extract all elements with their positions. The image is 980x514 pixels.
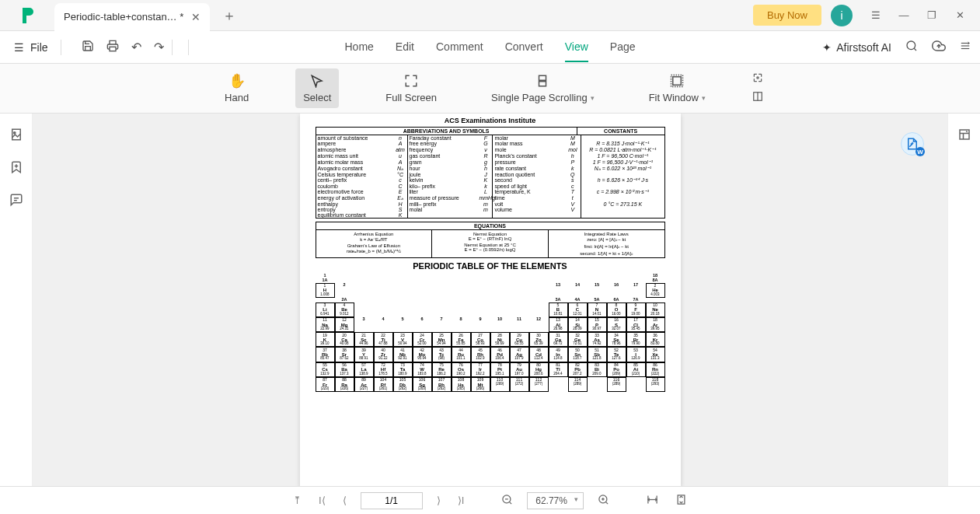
element-cell: 44Ru101.1 — [452, 347, 471, 362]
tab-view[interactable]: View — [565, 33, 588, 62]
abbrev-row: electromotive forceEliterLtemperature, K… — [316, 189, 664, 195]
minimize-icon[interactable]: ― — [890, 0, 918, 31]
element-cell: 14Si28.09 — [568, 317, 588, 332]
element-cell: 50Sn118.7 — [568, 347, 588, 362]
element-cell: 109Mt(266) — [471, 377, 490, 392]
element-cell: 24Cr52.00 — [413, 332, 432, 347]
element-cell: 89Ac(227) — [354, 377, 374, 392]
element-cell: 74W183.8 — [413, 362, 432, 377]
comments-icon[interactable] — [9, 193, 23, 210]
svg-line-27 — [605, 502, 608, 504]
scrolling-label: Single Page Scrolling — [491, 92, 588, 103]
fit-width-icon[interactable] — [643, 494, 661, 508]
element-cell: 108Hs(265) — [452, 377, 471, 392]
tab-edit[interactable]: Edit — [396, 33, 414, 62]
tab-convert[interactable]: Convert — [505, 33, 543, 62]
document-tab[interactable]: Periodic-table+constan… * ✕ — [54, 3, 210, 31]
hand-icon: ✋ — [228, 73, 246, 89]
tab-home[interactable]: Home — [345, 33, 374, 62]
close-tab-icon[interactable]: ✕ — [191, 11, 201, 23]
zoom-out-icon[interactable] — [498, 494, 516, 508]
abbrev-row: coulombCkilo– prefixkspeed of lightc — [316, 184, 664, 189]
collapse-ribbon-icon[interactable] — [960, 40, 971, 54]
hand-tool[interactable]: ✋ Hand — [217, 68, 256, 108]
abbrev-row: centi– prefixckelvinKsecondsh = 6.626 × … — [316, 177, 664, 184]
element-cell: 26Fe55.85 — [452, 332, 471, 347]
abbrev-row: energy of activationEₐmeasure of pressur… — [316, 195, 664, 201]
view-toolbar: ✋ Hand Select Full Screen Single Page Sc… — [0, 64, 980, 114]
hand-label: Hand — [225, 92, 249, 103]
fullscreen-tool[interactable]: Full Screen — [378, 68, 445, 108]
abbrev-row: Celsius temperature°CjouleJreaction quot… — [316, 172, 664, 177]
last-page-icon[interactable]: ⟩I — [455, 495, 468, 506]
element-cell: 2He4.003 — [646, 283, 665, 298]
single-page-scrolling-tool[interactable]: Single Page Scrolling▾ — [483, 68, 602, 108]
element-cell: 83Bi209.0 — [588, 362, 607, 377]
tab-page[interactable]: Page — [610, 33, 636, 62]
eq-rate-first: first: ln[A] = ln[A]₀ − kt — [552, 243, 661, 249]
bookmark-icon[interactable] — [9, 160, 23, 177]
scrolling-icon — [535, 73, 549, 89]
abbrev-row: amount of substancenFaraday constantFmol… — [316, 135, 664, 141]
element-cell: 54Xe131.3 — [646, 347, 665, 362]
scroll-top-icon[interactable]: ⤒ — [290, 495, 305, 506]
element-cell: 45Rh102.9 — [471, 347, 490, 362]
element-cell: 52Te127.6 — [607, 347, 626, 362]
menu-tabs: Home Edit Comment Convert View Page — [345, 33, 636, 62]
fit-window-icon — [670, 73, 684, 89]
element-cell: 87Fr(223) — [316, 377, 335, 392]
svg-rect-0 — [110, 47, 116, 51]
page-number-input[interactable] — [361, 492, 423, 509]
statusbar: ⤒ I⟨ ⟨ ⟩ ⟩I 62.77% — [0, 486, 980, 514]
accessibility-icon-2[interactable] — [752, 91, 763, 105]
element-cell: 55Cs132.9 — [316, 362, 335, 377]
add-tab-icon[interactable]: ＋ — [222, 6, 236, 25]
left-rail — [0, 114, 33, 486]
prev-page-icon[interactable]: ⟨ — [340, 495, 350, 506]
thumbnails-icon[interactable] — [9, 128, 23, 145]
redo-icon[interactable]: ↷ — [154, 40, 164, 55]
zoom-in-icon[interactable] — [595, 494, 612, 508]
abbrev-row: Avogadro constantNₐhourhrate constantkNₐ… — [316, 166, 664, 172]
fit-window-tool[interactable]: Fit Window▾ — [641, 68, 713, 108]
chevron-down-icon: ▾ — [591, 94, 595, 102]
right-rail — [947, 114, 980, 486]
element-cell: 30Zn65.39 — [529, 332, 549, 347]
eq-nernst: E = E° − (RT/nF) lnQ — [435, 236, 545, 241]
element-cell: 85At(210) — [626, 362, 646, 377]
document-area[interactable]: ACS Examinations Institute ABBREVIATIONS… — [33, 114, 947, 486]
zoom-display[interactable]: 62.77% — [527, 492, 584, 509]
abbrev-body: amount of substancenFaraday constantFmol… — [316, 135, 664, 218]
next-page-icon[interactable]: ⟩ — [434, 495, 444, 506]
element-cell: 72Hf178.5 — [374, 362, 393, 377]
svg-point-10 — [757, 76, 759, 78]
file-menu[interactable]: ☰ File — [9, 41, 53, 54]
menubar: ☰ File ↶ ↷ Home Edit Comment Convert Vie… — [0, 31, 980, 64]
menu-icon[interactable]: ☰ — [862, 0, 890, 31]
fit-page-icon[interactable] — [672, 494, 690, 508]
element-cell: 12Mg24.31 — [335, 317, 354, 332]
sparkle-icon: ✦ — [822, 41, 832, 54]
svg-rect-7 — [539, 82, 546, 86]
cloud-icon[interactable] — [932, 39, 946, 56]
close-window-icon[interactable]: ✕ — [946, 0, 974, 31]
tab-comment[interactable]: Comment — [436, 33, 483, 62]
abbrev-row: entropySmolalmvolumeV — [316, 207, 664, 212]
restore-icon[interactable]: ❐ — [918, 0, 946, 31]
buy-now-button[interactable]: Buy Now — [753, 5, 821, 26]
element-cell: 25Mn54.94 — [432, 332, 452, 347]
select-tool[interactable]: Select — [295, 68, 339, 108]
print-icon[interactable] — [106, 40, 119, 55]
undo-icon[interactable]: ↶ — [131, 40, 141, 55]
ai-tool-button[interactable]: ✦ Afirstsoft AI — [822, 41, 891, 54]
properties-icon[interactable] — [957, 128, 971, 145]
user-avatar[interactable]: i — [831, 5, 853, 26]
word-export-badge[interactable] — [901, 132, 924, 156]
accessibility-icon-1[interactable] — [752, 72, 763, 86]
first-page-icon[interactable]: I⟨ — [316, 495, 329, 506]
element-cell: 77Ir192.2 — [471, 362, 490, 377]
doc-institute: ACS Examinations Institute — [316, 117, 665, 124]
save-icon[interactable] — [82, 40, 94, 55]
search-icon[interactable] — [905, 40, 918, 55]
element-cell: 1H1.008 — [316, 283, 335, 298]
